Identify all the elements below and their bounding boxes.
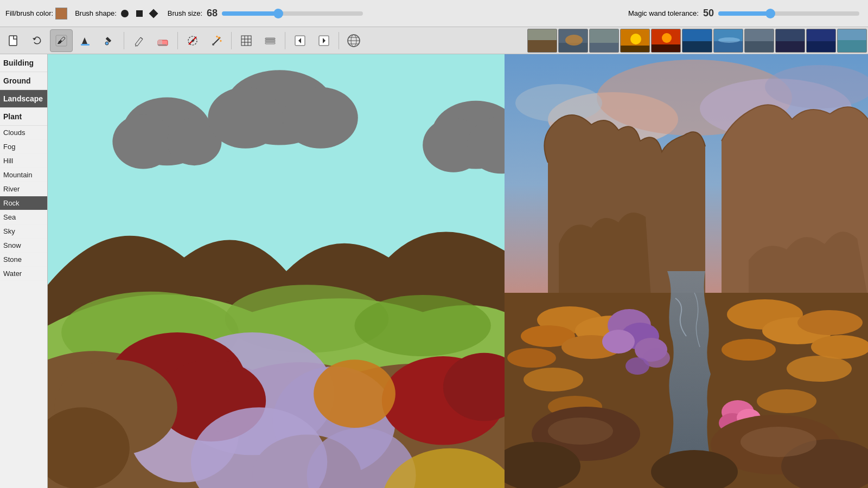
fill-button[interactable]	[74, 29, 97, 52]
sidebar-item-clouds[interactable]: Clouds	[0, 126, 47, 140]
sidebar-item-hill[interactable]: Hill	[0, 154, 47, 168]
tool-separator-3	[231, 32, 232, 49]
magic-wand-label: Magic wand tolerance:	[628, 9, 699, 17]
sidebar-item-mountain[interactable]: Mountain	[0, 168, 47, 182]
thumbnail-4[interactable]	[620, 29, 650, 53]
svg-point-110	[757, 389, 816, 413]
brush-shape-circle[interactable]	[121, 10, 129, 17]
fill-color-swatch[interactable]	[55, 8, 67, 20]
svg-point-6	[105, 42, 108, 45]
svg-point-85	[314, 359, 395, 428]
sidebar-item-river[interactable]: River	[0, 182, 47, 196]
sidebar-item-ground[interactable]: Ground	[0, 72, 47, 90]
svg-point-106	[722, 339, 776, 361]
svg-point-108	[787, 356, 852, 382]
svg-rect-24	[265, 40, 275, 42]
thumbnail-3[interactable]	[589, 29, 619, 53]
svg-point-64	[112, 114, 174, 169]
brush-shapes	[121, 10, 157, 17]
layers-button[interactable]	[259, 29, 282, 52]
brush-shape-square[interactable]	[136, 10, 143, 17]
sidebar-item-plant[interactable]: Plant	[0, 108, 47, 126]
sidebar-item-stone[interactable]: Stone	[0, 253, 47, 267]
svg-rect-52	[714, 41, 743, 53]
svg-text:🖌: 🖌	[57, 36, 66, 45]
svg-rect-9	[158, 44, 167, 46]
thumbnail-9[interactable]	[775, 29, 805, 53]
svg-point-68	[283, 87, 358, 149]
svg-rect-23	[265, 38, 275, 40]
thumbnail-7[interactable]	[713, 29, 743, 53]
topbar: Fill/brush color: Brush shape: Brush siz…	[0, 0, 868, 27]
svg-rect-25	[265, 42, 275, 44]
fill-label: Fill/brush color:	[0, 9, 53, 17]
sidebar-item-rock[interactable]: Rock	[0, 196, 47, 210]
svg-rect-61	[838, 40, 867, 53]
svg-rect-48	[652, 44, 681, 53]
forward-button[interactable]	[312, 29, 335, 52]
tool-separator-4	[285, 32, 285, 49]
main-area: Building Ground Landscape Plant Clouds F…	[0, 54, 868, 488]
thumbnail-row	[526, 29, 868, 53]
canvas-svg	[48, 54, 505, 488]
brush-button[interactable]: 🖌	[50, 29, 73, 52]
svg-point-44	[630, 34, 641, 44]
magic-wand-slider[interactable]	[718, 11, 859, 16]
svg-text:✦: ✦	[215, 35, 219, 38]
svg-rect-50	[682, 41, 712, 53]
thumbnail-10[interactable]	[806, 29, 836, 53]
tool-separator-2	[177, 32, 178, 49]
svg-rect-45	[621, 46, 650, 53]
svg-point-14	[212, 43, 214, 46]
drawing-canvas[interactable]	[48, 54, 505, 488]
brush-size-label: Brush size:	[168, 9, 202, 17]
svg-point-47	[662, 33, 672, 43]
brush-shape-diamond[interactable]	[149, 9, 158, 18]
sidebar-item-sea[interactable]: Sea	[0, 210, 47, 224]
thumbnail-6[interactable]	[682, 29, 712, 53]
svg-point-53	[718, 37, 740, 43]
svg-text:✦: ✦	[190, 37, 195, 44]
svg-rect-36	[528, 40, 557, 53]
svg-point-104	[797, 310, 863, 335]
magic-erase-button[interactable]: ✦	[181, 29, 204, 52]
thumbnail-8[interactable]	[744, 29, 774, 53]
pencil-button[interactable]	[127, 29, 150, 52]
sidebar: Building Ground Landscape Plant Clouds F…	[0, 54, 48, 488]
brush-shape-label: Brush shape:	[75, 9, 117, 17]
tool-buttons: 🖌	[0, 29, 526, 52]
svg-rect-55	[745, 41, 774, 53]
magic-wand-button[interactable]: ✦ ✦ ✦	[205, 29, 228, 52]
thumbnail-2[interactable]	[558, 29, 588, 53]
reference-photo	[505, 54, 868, 488]
grid-button[interactable]	[235, 29, 258, 52]
settings-button[interactable]	[342, 29, 365, 52]
sidebar-item-water[interactable]: Water	[0, 267, 47, 281]
new-button[interactable]	[2, 29, 25, 52]
sidebar-item-snow[interactable]: Snow	[0, 239, 47, 253]
eraser-button[interactable]	[151, 29, 174, 52]
svg-rect-37	[528, 29, 557, 40]
svg-point-101	[507, 348, 556, 368]
undo-button[interactable]	[26, 29, 49, 52]
svg-point-126	[741, 427, 816, 457]
sidebar-item-fog[interactable]: Fog	[0, 140, 47, 154]
svg-rect-57	[776, 41, 805, 53]
back-button[interactable]	[289, 29, 311, 52]
sidebar-item-landscape[interactable]: Landscape	[0, 90, 47, 108]
brush-size-slider[interactable]	[222, 11, 363, 16]
thumbnail-11[interactable]	[837, 29, 867, 53]
sidebar-item-building[interactable]: Building	[0, 54, 47, 72]
sidebar-item-sky[interactable]: Sky	[0, 224, 47, 239]
svg-text:✦: ✦	[219, 39, 222, 43]
svg-rect-59	[807, 41, 836, 53]
thumbnail-5[interactable]	[651, 29, 681, 53]
photo-svg	[505, 54, 868, 488]
svg-point-67	[208, 87, 283, 149]
svg-point-107	[524, 368, 583, 391]
thumbnail-1[interactable]	[527, 29, 557, 53]
svg-marker-1	[33, 38, 36, 40]
dropper-button[interactable]	[98, 29, 120, 52]
svg-rect-4	[81, 44, 90, 46]
tool-separator-1	[124, 32, 124, 49]
